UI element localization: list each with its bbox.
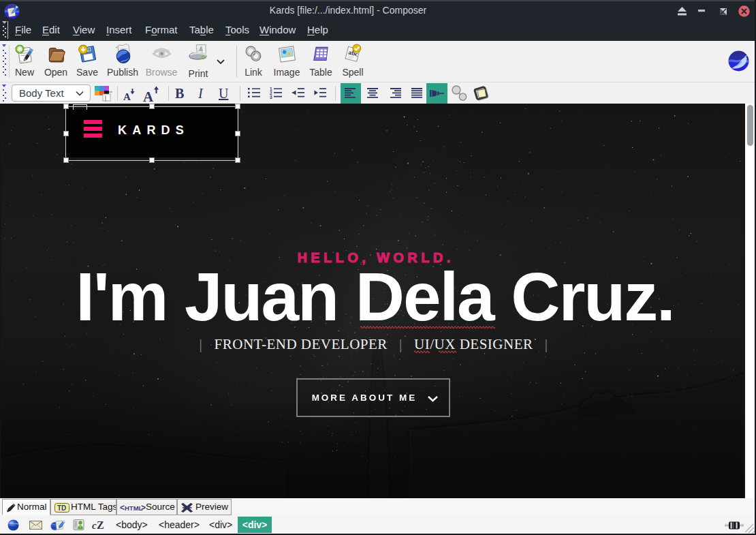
svg-text:A: A [123, 91, 131, 102]
svg-text:c: c [92, 520, 97, 531]
svg-text:3: 3 [270, 95, 272, 100]
svg-text:>: > [141, 503, 146, 513]
svg-text:Z: Z [97, 519, 104, 531]
svg-text:HTML: HTML [125, 504, 143, 512]
svg-text:TD: TD [57, 504, 66, 512]
svg-text:<: < [120, 503, 125, 513]
svg-text:A: A [143, 89, 154, 104]
